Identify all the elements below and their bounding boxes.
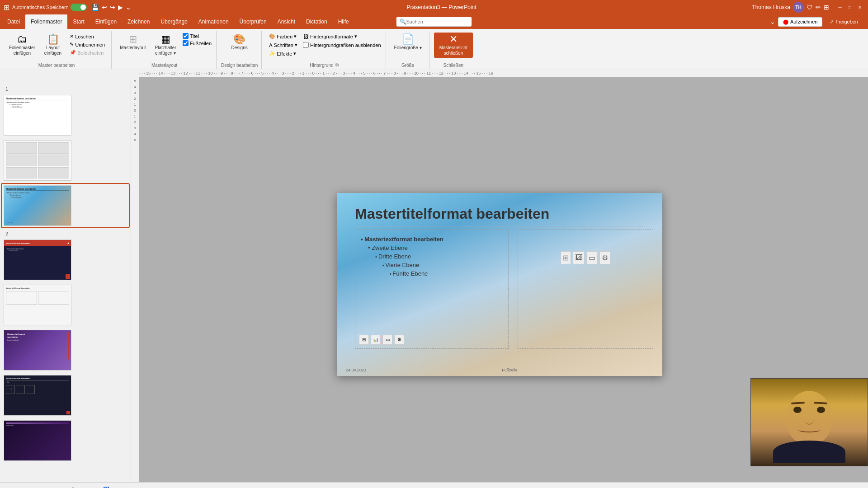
left-eyebrow (791, 402, 805, 404)
slide-panel[interactable]: 1 Mastertitelformat bearbeiten • Mastert… (0, 77, 131, 482)
tab-ansicht[interactable]: Ansicht (272, 14, 301, 29)
tab-ueberprufen[interactable]: Überprüfen (234, 14, 272, 29)
schriften-icon: A (269, 42, 272, 48)
user-area: Thomas Hruska TH 🛡 ✏ ⊞ (752, 2, 829, 13)
fusszeilen-checkbox[interactable] (183, 40, 189, 46)
close-master-icon: ✕ (449, 34, 458, 44)
eyes (793, 407, 825, 413)
designs-icon: 🎨 (233, 34, 245, 44)
slide-footer: 24.04.2023 Fußzeile (346, 368, 653, 372)
right-eyebrow (814, 402, 827, 404)
ribbon-tab-bar: Datei Folienmaster Start Einfügen Zeichn… (0, 14, 868, 29)
foliengroesse-button[interactable]: 📄 Foliengröße ▾ (391, 33, 425, 52)
hintergrundgrafiken-checkbox[interactable] (303, 42, 309, 48)
slide-img-7: Mastertitelformat bearbeiten • Text ⬚ (4, 375, 71, 416)
tab-dictation[interactable]: Dictation (301, 14, 333, 29)
tab-datei[interactable]: Datei (2, 14, 25, 29)
save-icon[interactable]: 💾 (91, 4, 99, 11)
hintergrundgrafiken-checkbox-row[interactable]: Hintergrundgrafiken ausblenden (302, 41, 382, 49)
folienmaster-einfuegen-button[interactable]: 🗂 Folienmastereinfügen (5, 33, 39, 58)
present-icon[interactable]: ▶ (118, 4, 123, 11)
tab-hilfe[interactable]: Hilfe (333, 14, 354, 29)
content-list: Mastertextformat bearbeiten Zweite Ebene… (361, 235, 503, 278)
farben-button[interactable]: 🎨 Farben ▾ (266, 33, 299, 40)
autosave-area: Automatisches Speichern (12, 4, 87, 11)
pen-icon[interactable]: ✏ (816, 4, 821, 11)
avatar: TH (793, 2, 804, 13)
hintergrundformate-button[interactable]: 🖼 Hintergrundformate ▾ (301, 33, 360, 40)
slide-thumb-1[interactable]: Mastertitelformat bearbeiten • Mastertex… (2, 94, 129, 137)
tab-start[interactable]: Start (67, 14, 90, 29)
tab-animationen[interactable]: Animationen (193, 14, 234, 29)
effekte-icon: ✨ (269, 51, 275, 56)
titel-checkbox-row[interactable]: Titel (182, 33, 212, 39)
slide-title[interactable]: Mastertitelformat bearbeiten (355, 206, 644, 226)
tab-folienmaster[interactable]: Folienmaster (25, 14, 67, 29)
face-container (769, 382, 850, 463)
effekte-button[interactable]: ✨ Effekte ▾ (266, 50, 299, 57)
schriften-button[interactable]: A Schriften ▾ (266, 41, 300, 49)
slide-thumb-7[interactable]: Mastertitelformat bearbeiten • Text ⬚ (2, 374, 129, 417)
group1-label: 1 (2, 84, 129, 94)
redo-icon[interactable]: ↪ (110, 4, 115, 11)
slide-content-box[interactable]: Mastertextformat bearbeiten Zweite Ebene… (355, 229, 509, 349)
slide-thumb-6[interactable]: Mastertitelformatbearbeiten Untertitel b… (2, 328, 129, 372)
autosave-toggle[interactable] (71, 4, 87, 11)
undo-icon[interactable]: ↩ (102, 4, 107, 11)
fusszeilen-checkbox-row[interactable]: Fußzeilen (182, 40, 212, 47)
masterlayout-icon: ⊞ (129, 34, 137, 44)
tab-zeichnen[interactable]: Zeichnen (122, 14, 155, 29)
slide-img-4: Mastertitelformat bearbeiten ■ • Mastert… (4, 239, 71, 280)
slide-thumb-8[interactable]: content area (2, 419, 129, 462)
maximize-button[interactable]: □ (845, 3, 854, 12)
content-l4: Vierte Ebene (361, 261, 503, 269)
checkbox-group: Titel Fußzeilen (182, 33, 212, 47)
more-icon[interactable]: ⌄ (126, 4, 131, 11)
content-l2: Zweite Ebene (361, 244, 503, 252)
tab-uebergaenge[interactable]: Übergänge (155, 14, 193, 29)
right-rect-icon: ▭ (586, 251, 598, 264)
folienmaster-icon: 🗂 (17, 34, 27, 44)
slide-thumb-5[interactable]: Mastertitelformat bearbeiten (2, 283, 129, 327)
hintergrund-expand-icon[interactable]: ⧉ (335, 62, 339, 68)
shield-icon[interactable]: 🛡 (807, 4, 813, 11)
beibehalten-icon: 📌 (70, 50, 76, 56)
media-placeholder-icons: ⊞ 📊 ▭ ⚙ (359, 335, 404, 345)
close-button[interactable]: ✕ (855, 3, 864, 12)
normal-view-icon[interactable]: ⊞ (846, 485, 854, 488)
master-group-content: 🗂 Folienmastereinfügen 📋 Layouteinfügen … (5, 31, 108, 63)
right-gear-icon: ⚙ (599, 251, 610, 264)
search-input[interactable] (406, 19, 469, 24)
titel-checkbox[interactable] (183, 33, 189, 39)
platzhalter-icon: ▦ (161, 34, 170, 44)
slide-thumb-2[interactable] (2, 139, 129, 182)
statusbar: Folienmaster | Deutsch (Österreich) ♿ Ba… (0, 482, 868, 488)
beibehalten-button: 📌 Beibehalten (67, 49, 108, 56)
tab-einfuegen[interactable]: Einfügen (90, 14, 122, 29)
design-group-content: 🎨 Designs (228, 31, 251, 63)
windows-start-icon[interactable]: ⊞ (4, 3, 9, 12)
slide-thumb-4[interactable]: Mastertitelformat bearbeiten ■ • Mastert… (2, 238, 129, 282)
expand-icon[interactable]: ⌄ (770, 18, 775, 25)
slide-img-6: Mastertitelformatbearbeiten Untertitel b… (4, 330, 71, 371)
hintergrund-group-content: 🎨 Farben ▾ 🖼 Hintergrundformate ▾ A Schr… (266, 31, 382, 62)
hintergrundformate-icon: 🖼 (304, 34, 309, 39)
ribbon: Datei Folienmaster Start Einfügen Zeichn… (0, 14, 868, 69)
grid-icon[interactable]: ⊞ (824, 4, 829, 11)
freigeben-button[interactable]: ↗ Freigeben (825, 18, 863, 26)
slide-right-box[interactable]: ⊞ 🖼 ▭ ⚙ (518, 229, 653, 349)
aufzeichnen-button[interactable]: ⬤ Aufzeichnen (778, 17, 823, 27)
search-box: 🔍 (396, 17, 472, 27)
grid-view-icon[interactable]: ⊟ (855, 485, 863, 488)
minimize-button[interactable]: ─ (835, 3, 844, 12)
schliessen-group-content: ✕ Masteransichtschließen (434, 31, 473, 63)
layout-einfuegen-button[interactable]: 📋 Layouteinfügen (41, 33, 65, 58)
designs-button[interactable]: 🎨 Designs (228, 33, 251, 52)
mouth (798, 427, 821, 432)
masteransicht-schliessen-button[interactable]: ✕ Masteransichtschließen (434, 33, 473, 58)
umbenennen-button[interactable]: ✎ Umbenennen (67, 41, 108, 48)
loeschen-button[interactable]: ✕ Löschen (67, 33, 108, 40)
slide-thumb-3[interactable]: Mastertitelformat bearbeiten • Mastertex… (2, 184, 129, 227)
platzhalter-button[interactable]: ▦ Platzhaltereinfügen ▾ (151, 33, 180, 58)
ribbon-group-hintergrund: 🎨 Farben ▾ 🖼 Hintergrundformate ▾ A Schr… (263, 31, 386, 69)
